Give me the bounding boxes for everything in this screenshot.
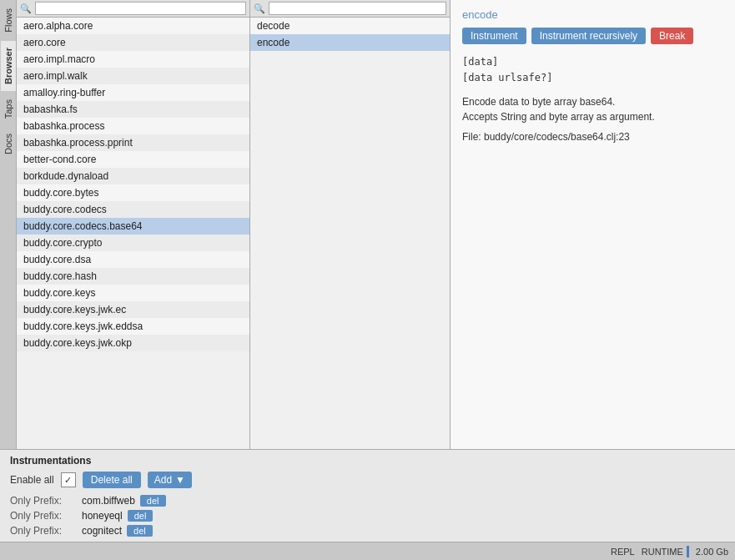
list-item[interactable]: buddy.core.bytes [17,184,249,201]
function-search-bar: 🔍 [250,0,450,18]
runtime-indicator: RUNTIME [642,546,689,557]
namespace-list: aero.alpha.core aero.core aero.impl.macr… [17,18,249,449]
add-label: Add [154,474,172,486]
prefix-row-2: Only Prefix: cognitect del [10,525,725,537]
function-description: Encode data to byte array base64. Accept… [462,94,723,124]
list-item[interactable]: amalloy.ring-buffer [17,84,249,101]
sidebar-tab-browser[interactable]: Browser [1,41,16,91]
list-item[interactable]: buddy.core.keys [17,285,249,301]
checkmark-icon: ✓ [64,475,72,486]
list-item[interactable]: babashka.process.pprint [17,134,249,151]
list-item[interactable]: babashka.process [17,118,249,134]
function-search-input[interactable] [269,2,446,15]
prefix-value-1: honeyeql [82,510,123,522]
function-list: decode encode [250,18,450,449]
namespace-search-bar: 🔍 [17,0,249,18]
prefix-value-2: cognitect [82,525,122,537]
function-panel: 🔍 decode encode [250,0,451,449]
list-item[interactable]: aero.impl.macro [17,51,249,68]
status-bar: REPL RUNTIME 2.00 Gb [0,542,735,560]
enable-all-checkbox[interactable]: ✓ [61,472,76,487]
prefix-row-1: Only Prefix: honeyeql del [10,510,725,522]
list-item[interactable]: buddy.core.dsa [17,251,249,268]
prefix-label-0: Only Prefix: [10,495,77,507]
prefix-del-button-1[interactable]: del [128,510,154,522]
namespace-search-input[interactable] [35,2,246,15]
runtime-bar-icon [687,546,689,557]
list-item[interactable]: aero.alpha.core [17,18,249,34]
file-info: File: buddy/core/codecs/base64.clj:23 [462,131,723,143]
arg-1: [data] [462,54,723,70]
repl-indicator: REPL [611,547,635,557]
break-button[interactable]: Break [651,28,693,44]
namespace-search-icon: 🔍 [20,3,32,14]
prefix-value-0: com.biffweb [82,495,135,507]
repl-label: REPL [611,547,635,557]
prefix-del-button-0[interactable]: del [140,495,166,507]
list-item[interactable]: buddy.core.hash [17,268,249,285]
instrument-recursively-button[interactable]: Instrument recursively [531,28,646,44]
list-item[interactable]: buddy.core.codecs.base64 [17,218,249,235]
namespace-panel: 🔍 aero.alpha.core aero.core aero.impl.ma… [17,0,250,449]
list-item[interactable]: decode [250,18,450,34]
list-item[interactable]: buddy.core.keys.jwk.eddsa [17,318,249,335]
list-item[interactable]: babashka.fs [17,101,249,118]
list-item[interactable]: borkdude.dynaload [17,168,249,184]
function-search-icon: 🔍 [254,3,265,14]
list-item[interactable]: buddy.core.keys.jwk.ec [17,301,249,318]
instrument-button[interactable]: Instrument [462,28,526,44]
list-item[interactable]: buddy.core.crypto [17,235,249,251]
list-item[interactable]: encode [250,34,450,51]
memory-label: 2.00 Gb [696,547,728,557]
detail-title: encode [462,8,723,21]
enable-all-label: Enable all [10,474,54,486]
prefix-label-1: Only Prefix: [10,510,77,522]
delete-all-button[interactable]: Delete all [83,472,141,488]
list-item[interactable]: aero.impl.walk [17,68,249,84]
runtime-label: RUNTIME [642,547,683,557]
sidebar-tab-taps[interactable]: Taps [1,93,16,125]
add-button[interactable]: Add ▼ [148,472,192,488]
sidebar-tabs: Flows Browser Taps Docs [0,0,17,449]
list-item[interactable]: aero.core [17,34,249,51]
prefix-del-button-2[interactable]: del [127,525,153,537]
prefix-row-0: Only Prefix: com.biffweb del [10,495,725,507]
detail-panel: encode Instrument Instrument recursively… [451,0,735,449]
instrumentation-section: Instrumentations Enable all ✓ Delete all… [0,449,735,542]
prefix-rows: Only Prefix: com.biffweb del Only Prefix… [10,495,725,537]
args-section: [data] [data urlsafe?] [462,54,723,86]
prefix-label-2: Only Prefix: [10,525,77,537]
list-item[interactable]: buddy.core.keys.jwk.okp [17,335,249,351]
sidebar-tab-docs[interactable]: Docs [1,127,16,161]
instrumentation-controls: Enable all ✓ Delete all Add ▼ [10,472,725,488]
add-chevron-icon: ▼ [175,474,185,486]
list-item[interactable]: buddy.core.codecs [17,201,249,218]
list-item[interactable]: better-cond.core [17,151,249,168]
arg-2: [data urlsafe?] [462,70,723,86]
instrumentations-title: Instrumentations [10,455,725,467]
sidebar-tab-flows[interactable]: Flows [1,2,16,39]
detail-button-row: Instrument Instrument recursively Break [462,28,723,44]
